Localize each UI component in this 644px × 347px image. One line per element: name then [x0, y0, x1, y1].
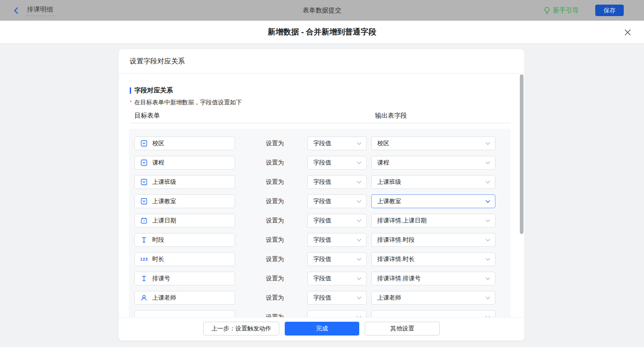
lightbulb-icon: [544, 7, 550, 14]
column-divider: [130, 123, 511, 123]
output-field-dropdown[interactable]: 课程: [371, 156, 495, 170]
output-field-dropdown[interactable]: [371, 310, 495, 317]
target-field-box[interactable]: 7 123 时段: [134, 233, 235, 247]
number-icon-glyph: 123: [140, 257, 148, 262]
output-field-selected: 排课详情.排课号: [377, 274, 421, 283]
chevron-down-icon: [356, 200, 362, 203]
column-header-output-field: 输出表字段: [375, 112, 407, 120]
set-as-label: 设置为: [266, 236, 290, 244]
back-icon[interactable]: [12, 6, 20, 15]
target-field-box[interactable]: 7 123 上课班级: [134, 175, 235, 189]
target-field-label: 上课老师: [152, 294, 176, 302]
value-type-dropdown[interactable]: 字段值: [307, 233, 367, 247]
mapping-row: 7 123 排课号 设置为 字段值 排课详情.排课号: [129, 269, 511, 288]
target-field-box[interactable]: 7 123 校区: [134, 137, 235, 150]
target-field-box[interactable]: 7 123 排课号: [134, 272, 235, 285]
set-as-label: 设置为: [266, 197, 290, 205]
field-type-icon: 7 123: [139, 159, 149, 166]
mapping-row: 7 123 课程 设置为 字段值 课程: [129, 153, 511, 172]
output-field-dropdown[interactable]: 排课详情.上课日期: [371, 214, 495, 228]
target-field-label: 时段: [152, 236, 164, 244]
set-as-label: 设置为: [266, 178, 290, 186]
value-type-dropdown[interactable]: 字段值: [307, 252, 367, 266]
app-topbar: 排课明细 表单数据提交 新手引导 保存: [0, 0, 644, 21]
chevron-down-icon: [356, 181, 362, 184]
target-field-label: 校区: [152, 139, 164, 148]
output-field-dropdown[interactable]: 上课老师: [371, 291, 495, 305]
field-type-icon: 7 123: [139, 294, 149, 301]
value-type-dropdown[interactable]: 字段值: [307, 137, 367, 150]
output-field-dropdown[interactable]: 排课详情.排课号: [371, 272, 495, 285]
output-field-selected: 排课详情.时段: [377, 236, 415, 244]
mapping-row: 7 123 上课教室 设置为 字段值 上课教室: [129, 192, 511, 211]
column-header-target-form: 目标表单: [134, 112, 160, 120]
mapping-row: 7 123 设置为: [129, 307, 511, 317]
form-name[interactable]: 排课明细: [26, 5, 54, 16]
beginner-guide-link[interactable]: 新手引导: [544, 6, 579, 15]
chevron-down-icon: [485, 258, 490, 261]
value-type-selected: 字段值: [313, 236, 331, 244]
value-type-dropdown[interactable]: 字段值: [307, 272, 367, 285]
field-type-icon: 7 123: [139, 236, 149, 244]
target-field-label: 排课号: [152, 274, 170, 283]
previous-step-button[interactable]: 上一步：设置触发动作: [203, 322, 279, 336]
target-field-label: 上课日期: [152, 216, 176, 225]
value-type-selected: 字段值: [313, 197, 331, 205]
mapping-row: 7 123 上课日期 设置为 字段值 排课详情.上课日期: [129, 211, 511, 230]
chevron-down-icon: [485, 219, 490, 222]
mapping-note: *在目标表单中新增数据，字段值设置如下: [130, 98, 242, 107]
target-field-box[interactable]: 7 123 上课日期: [134, 214, 235, 228]
target-field-box[interactable]: 7 123 课程: [134, 156, 235, 170]
modal-body: 设置字段对应关系 字段对应关系 *在目标表单中新增数据，字段值设置如下 目标表单…: [0, 44, 644, 347]
set-as-label: 设置为: [266, 159, 290, 167]
rows-list: 7 123 校区 设置为 字段值 校区 7 123 课程: [129, 129, 511, 317]
value-type-dropdown[interactable]: 字段值: [307, 214, 367, 228]
output-field-dropdown[interactable]: 校区: [371, 137, 495, 150]
chevron-down-icon: [356, 142, 362, 145]
set-as-label: 设置为: [266, 255, 290, 263]
screen: 排课明细 表单数据提交 新手引导 保存 新增数据 - 合并新增到普通字段 设置字…: [0, 0, 644, 347]
scrollbar-thumb[interactable]: [520, 74, 523, 234]
target-field-box[interactable]: 7 123 时长: [134, 252, 235, 266]
panel-header: 设置字段对应关系: [119, 49, 524, 74]
value-type-selected: 字段值: [313, 294, 331, 302]
set-as-label: 设置为: [266, 216, 290, 225]
target-field-label: 上课教室: [152, 197, 176, 205]
other-settings-button[interactable]: 其他设置: [365, 322, 440, 336]
field-type-icon: 7 123: [139, 313, 149, 317]
output-field-dropdown[interactable]: 排课详情.时段: [371, 233, 495, 247]
output-field-dropdown[interactable]: 上课班级: [371, 175, 495, 189]
value-type-dropdown[interactable]: 字段值: [307, 194, 367, 208]
value-type-dropdown[interactable]: [307, 310, 367, 317]
value-type-selected: 字段值: [313, 274, 331, 283]
value-type-dropdown[interactable]: 字段值: [307, 291, 367, 305]
set-as-label: 设置为: [266, 294, 290, 302]
output-field-dropdown[interactable]: 上课教室: [371, 194, 495, 208]
chevron-down-icon: [356, 258, 362, 261]
chevron-down-icon: [485, 142, 490, 145]
chevron-down-icon: [356, 239, 362, 242]
output-field-selected: 上课班级: [377, 178, 401, 186]
chevron-down-icon: [485, 200, 490, 203]
save-button[interactable]: 保存: [595, 5, 624, 16]
target-field-label: 课程: [152, 159, 164, 167]
value-type-dropdown[interactable]: 字段值: [307, 156, 367, 170]
output-field-selected: 排课详情.上课日期: [377, 216, 427, 225]
target-field-box[interactable]: 7 123: [134, 310, 235, 317]
svg-text:7: 7: [143, 220, 145, 223]
field-mapping-panel: 设置字段对应关系 字段对应关系 *在目标表单中新增数据，字段值设置如下 目标表单…: [119, 49, 524, 341]
done-button[interactable]: 完成: [285, 322, 359, 336]
output-field-selected: 上课老师: [377, 294, 401, 302]
target-field-label: 上课班级: [152, 178, 176, 186]
chevron-down-icon: [356, 296, 362, 300]
target-field-box[interactable]: 7 123 上课老师: [134, 291, 235, 305]
close-icon[interactable]: [623, 28, 632, 37]
value-type-selected: 字段值: [313, 255, 331, 263]
set-as-label: 设置为: [266, 274, 290, 283]
panel-footer: 上一步：设置触发动作 完成 其他设置: [119, 317, 524, 341]
output-field-dropdown[interactable]: 排课详情.时长: [371, 252, 495, 266]
mapping-row: 7 123 上课班级 设置为 字段值 上课班级: [129, 172, 511, 192]
target-field-label: 时长: [152, 255, 164, 263]
value-type-dropdown[interactable]: 字段值: [307, 175, 367, 189]
target-field-box[interactable]: 7 123 上课教室: [134, 194, 235, 208]
